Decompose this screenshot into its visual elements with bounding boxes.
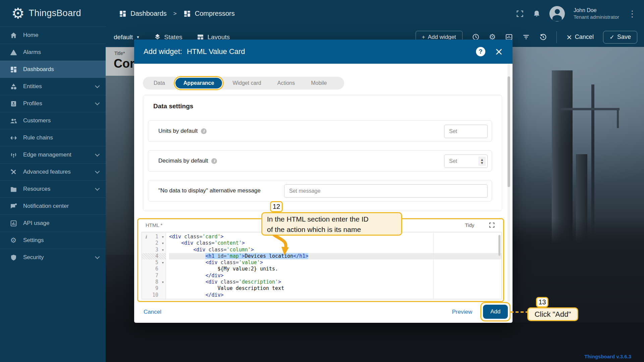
top-header: Dashboards > Compressors John Doe Tenant… — [106, 0, 644, 27]
code-line-8[interactable]: <div class='description'> — [169, 279, 501, 285]
dialog-title-prefix: Add widget: — [144, 47, 182, 56]
units-by-default-input[interactable] — [444, 125, 488, 138]
dialog-widget-name: HTML Value Card — [187, 47, 245, 56]
add-widget-dialog: Add widget:HTML Value Card ? × Data Appe… — [134, 40, 513, 323]
more-vertical-icon[interactable]: ⋮ — [628, 9, 637, 19]
dialog-tabs: Data Appearance Widget card Actions Mobi… — [143, 77, 344, 89]
decimals-by-default-label: Decimals by default — [158, 158, 208, 164]
gutter-line-7: 7 — [142, 273, 166, 279]
fullscreen-icon[interactable] — [516, 10, 524, 18]
fold-arrow-icon: ▾ — [162, 279, 164, 285]
editor-code[interactable]: <div class='card'> <div class='content'>… — [166, 232, 501, 299]
editor-ruler — [433, 232, 434, 299]
dialog-cancel-button[interactable]: Cancel — [144, 309, 161, 315]
security-icon — [9, 254, 18, 261]
sidebar-item-customers[interactable]: Customers — [0, 112, 106, 129]
code-line-9[interactable]: Value description text — [169, 285, 501, 292]
code-line-3[interactable]: <div class='column'> — [169, 247, 501, 253]
dashboard-title-value: Cor — [114, 57, 135, 71]
user-name: John Doe — [574, 7, 619, 14]
edit-cancel-button[interactable]: × Cancel — [566, 33, 594, 41]
code-line-4[interactable]: <h1 id='map'>Devices location</h1> — [169, 253, 501, 259]
sidebar-item-settings[interactable]: ⚙Settings — [0, 232, 106, 249]
code-line-5[interactable]: <div class='value'> — [169, 259, 501, 266]
dialog-scrollbar-thumb[interactable] — [507, 76, 510, 187]
user-info[interactable]: John Doe Tenant administrator — [574, 7, 619, 21]
close-icon: × — [566, 33, 572, 41]
code-line-7[interactable]: </div> — [169, 273, 501, 279]
home-icon — [9, 32, 18, 39]
dialog-title: Add widget:HTML Value Card — [144, 47, 245, 56]
tab-widget-card[interactable]: Widget card — [224, 80, 269, 86]
units-by-default-label: Units by default — [158, 128, 198, 134]
avatar[interactable] — [549, 6, 565, 21]
sidebar-item-dashboards[interactable]: Dashboards — [0, 61, 106, 78]
sidebar-item-edge-management[interactable]: Edge management — [0, 146, 106, 163]
tutorial-step-13-text: Click "Add" — [535, 310, 571, 319]
chevron-down-icon — [95, 254, 100, 259]
code-line-6[interactable]: ${My value:2} units. — [169, 266, 501, 272]
html-code-editor[interactable]: i1▾2▾3▾45▾678▾910 <div class='card'> <di… — [142, 232, 502, 299]
sidebar-item-notification-center[interactable]: Notification center — [0, 197, 106, 215]
customers-icon — [9, 117, 18, 124]
fold-arrow-icon: ▾ — [162, 234, 164, 240]
breadcrumb-compressors[interactable]: Compressors — [195, 10, 235, 17]
no-data-message-row: "No data to display" alternative message — [148, 180, 492, 201]
chevron-down-icon: ▾ — [137, 35, 139, 40]
save-button[interactable]: ✓ Save — [603, 31, 637, 44]
tutorial-step-13-callout: Click "Add" — [527, 307, 578, 321]
editor-scrollbar[interactable] — [498, 235, 500, 256]
sidebar-item-rule-chains[interactable]: Rule chains — [0, 129, 106, 146]
gutter-line-8: 8▾ — [142, 279, 166, 285]
sidebar-item-entities[interactable]: Entities — [0, 78, 106, 95]
breadcrumb-dashboards[interactable]: Dashboards — [130, 10, 167, 17]
notifications-bell-icon[interactable] — [533, 10, 541, 18]
html-editor-label: HTML * — [146, 222, 162, 228]
tab-appearance[interactable]: Appearance — [175, 78, 222, 88]
version-link[interactable]: Thingsboard v.3.6.3 — [584, 354, 631, 359]
chevron-down-icon — [95, 169, 100, 174]
toolbar-divider — [556, 31, 557, 43]
tab-data[interactable]: Data — [146, 80, 173, 86]
gutter-line-10: 10 — [142, 292, 166, 298]
sidebar-item-profiles[interactable]: Profiles — [0, 95, 106, 112]
chevron-down-icon — [95, 83, 100, 88]
sidebar-item-security[interactable]: Security — [0, 249, 106, 266]
tutorial-step-12-badge: 12 — [270, 201, 283, 212]
sidebar-item-home[interactable]: Home — [0, 26, 106, 44]
expand-editor-icon[interactable] — [489, 222, 495, 230]
tab-mobile[interactable]: Mobile — [303, 80, 335, 86]
chevron-down-icon — [95, 186, 100, 191]
code-line-10[interactable]: </div> — [169, 292, 501, 298]
state-selector-value: default — [114, 34, 133, 41]
thingsboard-logo-icon: ⚙ — [11, 6, 24, 21]
close-icon[interactable]: × — [495, 47, 503, 57]
gutter-line-3: 3▾ — [142, 247, 166, 253]
sidebar-item-alarms[interactable]: Alarms — [0, 44, 106, 61]
tutorial-connector-line — [511, 311, 528, 313]
help-icon[interactable]: ? — [476, 47, 485, 56]
filters-icon[interactable] — [522, 33, 530, 41]
gutter-line-2: 2▾ — [142, 240, 166, 246]
tab-actions[interactable]: Actions — [269, 80, 303, 86]
dashboards-icon — [9, 66, 18, 73]
alarm-icon — [9, 49, 18, 56]
check-icon: ✓ — [609, 34, 614, 41]
tidy-button[interactable]: Tidy — [465, 222, 474, 228]
sidebar-item-advanced-features[interactable]: Advanced features — [0, 163, 106, 180]
chevron-down-icon — [95, 152, 100, 157]
version-history-icon[interactable] — [539, 33, 547, 41]
preview-button[interactable]: Preview — [452, 309, 472, 315]
edit-cancel-label: Cancel — [575, 34, 594, 41]
sidebar-item-resources[interactable]: Resources — [0, 180, 106, 197]
sidebar-item-api-usage[interactable]: API usage — [0, 215, 106, 232]
number-spinner[interactable]: ▲▼ — [478, 157, 486, 166]
logo[interactable]: ⚙ ThingsBoard — [0, 0, 106, 26]
no-data-message-input[interactable] — [284, 184, 488, 198]
code-line-2[interactable]: <div class='content'> — [169, 240, 501, 246]
user-role: Tenant administrator — [574, 14, 619, 20]
api-usage-icon — [9, 220, 18, 227]
rule-chains-icon — [9, 134, 18, 141]
add-button[interactable]: Add — [483, 305, 508, 319]
save-label: Save — [617, 34, 631, 41]
